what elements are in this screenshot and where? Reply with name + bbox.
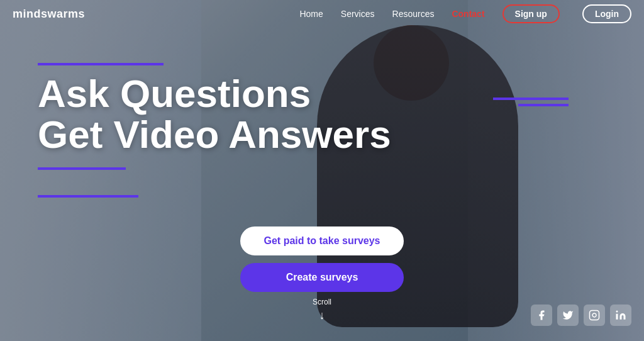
- hero-title-line1: Ask Questions: [38, 72, 311, 115]
- nav-item-contact[interactable]: Contact: [452, 8, 484, 20]
- svg-rect-0: [590, 311, 599, 320]
- hero-title-line2: Get Video Answers: [38, 113, 391, 156]
- deco-line-right-2: [518, 104, 569, 106]
- instagram-icon[interactable]: [584, 305, 605, 326]
- svg-point-2: [616, 311, 618, 313]
- deco-line-top: [38, 63, 164, 65]
- nav-link-contact[interactable]: Contact: [452, 9, 484, 19]
- deco-line-right-1: [493, 98, 569, 100]
- cta-buttons: Get paid to take surveys Create surveys: [240, 226, 404, 292]
- nav-links: Home Services Resources Contact Sign up …: [299, 4, 631, 23]
- get-paid-button[interactable]: Get paid to take surveys: [240, 226, 404, 255]
- hero-section: mindswarms Home Services Resources Conta…: [0, 0, 644, 341]
- nav-item-signup[interactable]: Sign up: [502, 4, 560, 23]
- create-surveys-button[interactable]: Create surveys: [240, 263, 404, 292]
- nav-link-resources[interactable]: Resources: [392, 9, 435, 19]
- nav-item-login[interactable]: Login: [577, 4, 631, 23]
- twitter-icon[interactable]: [557, 305, 579, 326]
- facebook-icon[interactable]: [531, 305, 552, 326]
- nav-item-services[interactable]: Services: [341, 8, 375, 20]
- deco-line-bottom-left: [38, 195, 138, 198]
- linkedin-icon[interactable]: [610, 305, 631, 326]
- brand-logo: mindswarms: [13, 8, 85, 21]
- nav-link-services[interactable]: Services: [341, 9, 375, 19]
- navbar: mindswarms Home Services Resources Conta…: [0, 0, 644, 28]
- hero-content: Ask Questions Get Video Answers: [38, 63, 391, 177]
- hero-title: Ask Questions Get Video Answers: [38, 73, 391, 155]
- social-icons: [531, 305, 631, 326]
- nav-item-home[interactable]: Home: [299, 8, 323, 20]
- scroll-indicator: Scroll ↓: [313, 298, 331, 322]
- scroll-arrow-icon: ↓: [319, 309, 325, 322]
- signup-button[interactable]: Sign up: [502, 4, 560, 23]
- deco-lines-right: [493, 98, 569, 106]
- nav-item-resources[interactable]: Resources: [392, 8, 435, 20]
- scroll-label: Scroll: [313, 298, 331, 306]
- login-button[interactable]: Login: [582, 4, 631, 23]
- deco-line-mid: [38, 167, 126, 170]
- nav-link-home[interactable]: Home: [299, 9, 323, 19]
